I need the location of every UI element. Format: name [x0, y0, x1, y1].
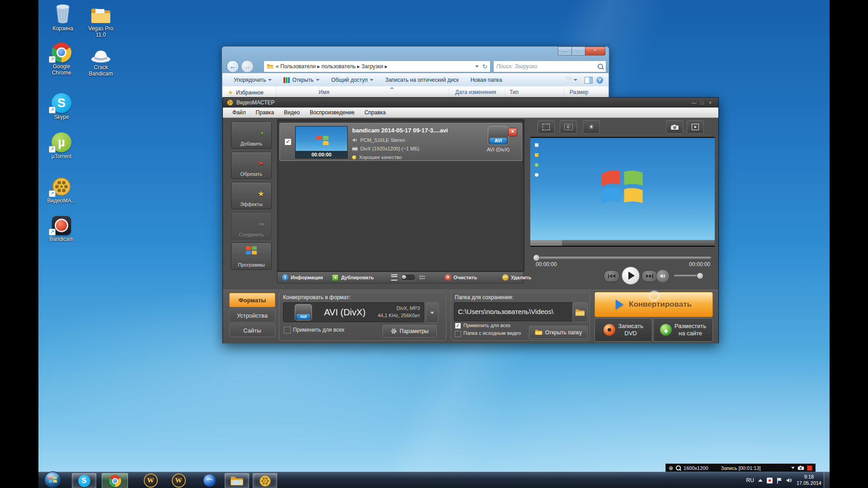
taskbar-chrome[interactable]	[102, 473, 128, 488]
menu-playback[interactable]: Воспроизведение	[305, 109, 359, 116]
taskbar-wow-2[interactable]: W	[167, 473, 190, 488]
tray-expand-icon[interactable]	[758, 479, 763, 482]
show-desktop-button[interactable]	[824, 472, 830, 488]
address-dropdown-icon[interactable]	[475, 66, 479, 67]
search-box[interactable]: Поиск: Загрузки	[493, 61, 606, 72]
tab-devices[interactable]: Устройства	[229, 309, 275, 322]
brightness-button[interactable]: ☀	[583, 120, 600, 134]
convert-button[interactable]: Конвертировать	[594, 292, 713, 317]
minimize-button[interactable]: —	[690, 100, 698, 105]
mute-button[interactable]	[656, 269, 670, 283]
fullscreen-button[interactable]	[687, 120, 704, 134]
action-center-flag-icon[interactable]	[777, 478, 782, 483]
stop-record-button[interactable]	[807, 465, 812, 471]
programs-button[interactable]: Программы	[231, 243, 272, 270]
effects-button[interactable]: ★ Эффекты	[231, 182, 272, 209]
taskbar-skype[interactable]: S	[72, 473, 96, 488]
burn-disc-button[interactable]: Записать на оптический диск	[379, 77, 465, 83]
address-bar[interactable]: « Пользователи ▸ пользователь ▸ Загрузки…	[264, 61, 491, 72]
new-folder-button[interactable]: Новая папка	[465, 77, 508, 83]
join-button[interactable]: ∞ Соединить	[231, 212, 272, 239]
preview-pane-icon[interactable]	[585, 77, 593, 84]
forward-button[interactable]: →	[241, 60, 254, 73]
help-icon[interactable]: ?	[596, 77, 603, 84]
snapshot-button[interactable]	[666, 120, 683, 134]
column-header-name[interactable]: Имя	[319, 89, 329, 95]
desktop-icon-bandicam[interactable]: ↗ Bandicam	[43, 212, 80, 243]
previous-button[interactable]	[604, 270, 620, 282]
item-checkbox[interactable]: ✓	[284, 138, 292, 145]
tab-sites[interactable]: Сайты	[229, 324, 275, 337]
view-toggle[interactable]	[401, 274, 416, 281]
favorites-item[interactable]: Избранное	[236, 89, 264, 96]
volume-slider[interactable]	[674, 275, 702, 277]
search-icon[interactable]	[598, 64, 603, 69]
view-switch[interactable]	[391, 274, 425, 281]
taskbar-sphere-app[interactable]	[198, 473, 221, 488]
camera-icon[interactable]	[797, 465, 804, 470]
publish-online-button[interactable]: Разместитьна сайте	[653, 318, 713, 342]
menu-edit[interactable]: Правка	[251, 109, 279, 116]
volume-icon[interactable]	[786, 478, 793, 483]
taskbar-explorer[interactable]	[225, 473, 249, 488]
add-button[interactable]: + Добавить	[231, 122, 272, 149]
desktop-icon-skype[interactable]: S ↗ Skype	[43, 90, 80, 121]
maximize-button[interactable]: □	[698, 100, 706, 105]
desktop-icon-videomaster[interactable]: ↗ ВидеоМА...	[43, 174, 80, 204]
clear-button[interactable]: × Очистить	[445, 274, 477, 281]
menu-video[interactable]: Видео	[279, 109, 305, 116]
chevron-down-icon[interactable]	[791, 467, 795, 469]
crop-button[interactable]	[538, 120, 555, 134]
clock[interactable]: 9:1817.05.2014	[797, 474, 821, 487]
seek-knob[interactable]	[533, 254, 540, 261]
start-button[interactable]	[44, 471, 62, 488]
delete-button[interactable]: — Удалить	[502, 274, 531, 281]
language-indicator[interactable]: RU	[746, 477, 754, 483]
refresh-icon[interactable]: ↻	[482, 63, 487, 70]
apply-all-folder-checkbox[interactable]: ✓	[455, 323, 461, 329]
seek-bar[interactable]	[534, 257, 711, 259]
breadcrumb[interactable]: « Пользователи ▸ пользователь ▸ Загрузки…	[276, 63, 387, 70]
maximize-button[interactable]: □	[571, 47, 585, 56]
organize-button[interactable]: Упорядочить	[228, 77, 278, 83]
back-button[interactable]: ←	[226, 60, 239, 73]
remove-item-button[interactable]: ×	[508, 128, 517, 136]
tab-formats[interactable]: Форматы	[229, 293, 275, 307]
tray-bandicam-icon[interactable]	[767, 478, 773, 483]
column-header-size[interactable]: Размер	[570, 89, 588, 95]
play-button[interactable]	[622, 267, 640, 285]
taskbar-wow-1[interactable]: W	[139, 473, 162, 488]
desktop-icon-recycle-bin[interactable]: Корзина	[44, 2, 81, 32]
taskbar-videomaster[interactable]	[253, 473, 277, 488]
menu-file[interactable]: Файл	[227, 109, 251, 116]
format-dropdown-button[interactable]	[426, 302, 439, 323]
parameters-button[interactable]: Параметры	[382, 325, 437, 338]
source-folder-checkbox[interactable]	[455, 331, 461, 337]
column-header-type[interactable]: Тип	[509, 89, 519, 95]
desktop-icon-utorrent[interactable]: µ ↗ µTorrent	[43, 130, 80, 160]
apply-all-checkbox[interactable]	[284, 327, 291, 333]
volume-knob[interactable]	[697, 272, 703, 279]
open-folder-button[interactable]: Открыть папку	[529, 326, 588, 339]
browse-folder-button[interactable]	[572, 302, 588, 322]
minimize-button[interactable]: —	[558, 47, 571, 56]
close-button[interactable]: ×	[585, 47, 605, 56]
menu-help[interactable]: Справка	[359, 109, 391, 116]
views-button[interactable]	[562, 77, 581, 83]
file-list-item[interactable]: ✓ 00:00:00 bandicam 2014-05-17 09-17-3..…	[279, 123, 522, 161]
watermark-button[interactable]: ©	[560, 120, 577, 134]
desktop-icon-vegas-pro[interactable]: Vegas Pro11.0	[82, 2, 119, 38]
duplicate-button[interactable]: + Дублировать	[332, 274, 374, 281]
burn-dvd-button[interactable]: ЗаписатьDVD	[594, 318, 652, 342]
save-path-field[interactable]: C:\Users\пользователь\Videos\	[454, 302, 575, 321]
format-selector[interactable]: AVI AVI (DivX) DivX, MP344,1 KHz, 256Кби…	[283, 302, 424, 322]
desktop-icon-crack-bandicam[interactable]: CrackBandicam	[82, 41, 119, 77]
next-button[interactable]	[642, 270, 658, 282]
share-button[interactable]: Общий доступ	[326, 77, 380, 83]
trim-button[interactable]: ✂ Обрезать	[231, 152, 272, 179]
open-button[interactable]: Открыть	[278, 77, 325, 83]
close-button[interactable]: ×	[706, 100, 714, 105]
desktop-icon-google-chrome[interactable]: ↗ GoogleChrome	[43, 40, 80, 76]
column-header-date[interactable]: Дата изменения	[455, 89, 496, 95]
info-button[interactable]: i Информация	[282, 274, 323, 281]
